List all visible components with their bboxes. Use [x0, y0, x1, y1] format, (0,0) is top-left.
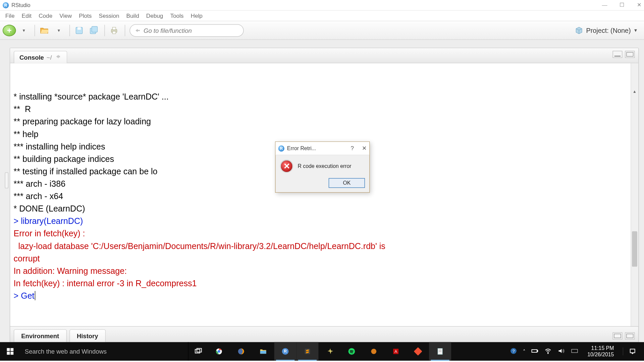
console-line: * installing *source* package 'LearnDC' …	[14, 91, 635, 103]
new-file-dropdown[interactable]: ▼	[17, 24, 31, 37]
start-button[interactable]	[0, 342, 20, 361]
svg-text:A: A	[394, 349, 397, 354]
taskbar-app-notepad[interactable]	[429, 342, 451, 361]
menubar: File Edit Code View Plots Session Build …	[0, 11, 644, 21]
popout-icon[interactable]	[55, 54, 62, 61]
tray-chevron-up-icon[interactable]: ˄	[523, 349, 526, 354]
window-titlebar: R RStudio — ☐ ✕	[0, 0, 644, 11]
tray-keyboard-icon[interactable]	[571, 347, 579, 356]
svg-text:?: ?	[512, 349, 515, 354]
menu-help[interactable]: Help	[187, 11, 206, 20]
menu-code[interactable]: Code	[35, 11, 56, 20]
task-view-button[interactable]	[189, 342, 208, 361]
svg-point-14	[218, 350, 220, 353]
svg-rect-9	[7, 352, 10, 355]
taskbar-app-git[interactable]	[407, 342, 429, 361]
taskbar-search[interactable]: Search the web and Windows	[20, 342, 189, 361]
goto-file-input[interactable]	[144, 27, 239, 34]
console-prompt[interactable]: > Get	[14, 290, 635, 302]
menu-build[interactable]: Build	[123, 11, 143, 20]
svg-rect-7	[7, 348, 10, 351]
project-selector[interactable]: Project: (None) ▼	[575, 26, 641, 35]
console-line: corrupt	[14, 252, 635, 265]
toolbar: + ▼ ▼ Project: (None) ▼	[0, 21, 644, 40]
taskbar-app-spotify[interactable]	[340, 342, 363, 361]
save-all-button[interactable]	[87, 24, 101, 37]
taskbar-app-explorer[interactable]	[252, 342, 274, 361]
console-tab[interactable]: Console ~/	[14, 51, 67, 63]
scroll-up-icon[interactable]: ▲	[631, 88, 638, 96]
error-dialog: R Error Retri... ? ✕ ✕ R code execution …	[275, 141, 370, 193]
console-panel: Console ~/ * installing *source* package…	[10, 48, 639, 342]
goto-file-search[interactable]	[129, 24, 244, 37]
menu-debug[interactable]: Debug	[143, 11, 167, 20]
bottom-pane-tabs: Environment History	[10, 326, 639, 342]
console-line: In fetch(key) : internal error -3 in R_d…	[14, 277, 635, 290]
dialog-ok-button[interactable]: OK	[329, 178, 365, 188]
menu-plots[interactable]: Plots	[75, 11, 95, 20]
menu-session[interactable]: Session	[95, 11, 123, 20]
dialog-titlebar[interactable]: R Error Retri... ? ✕	[276, 142, 370, 155]
tray-battery-icon[interactable]	[531, 347, 539, 356]
console-output[interactable]: * installing *source* package 'LearnDC' …	[10, 63, 638, 342]
taskbar-app-generic1[interactable]	[363, 342, 385, 361]
console-scrollbar[interactable]: ▲ ▼	[631, 63, 638, 342]
minimize-pane-button[interactable]	[612, 51, 622, 58]
maximize-pane-button[interactable]	[625, 51, 635, 58]
menu-file[interactable]: File	[2, 11, 18, 20]
tray-volume-icon[interactable]	[557, 347, 565, 356]
close-button[interactable]: ✕	[637, 2, 641, 8]
taskbar-app-acrobat[interactable]: A	[385, 342, 407, 361]
svg-point-20	[371, 349, 376, 354]
tab-environment[interactable]: Environment	[14, 329, 67, 342]
dialog-app-icon: R	[278, 145, 284, 151]
minimize-button[interactable]: —	[602, 2, 607, 8]
tray-notifications-icon[interactable]	[623, 347, 641, 355]
dialog-close-button[interactable]: ✕	[362, 145, 367, 152]
taskbar-app-firefox[interactable]	[230, 342, 252, 361]
dialog-help-button[interactable]: ?	[351, 145, 354, 152]
taskbar-app-rstudio[interactable]: R	[274, 342, 297, 361]
svg-rect-1	[77, 27, 81, 29]
print-button[interactable]	[107, 24, 121, 37]
taskbar-search-placeholder: Search the web and Windows	[25, 348, 107, 355]
bottom-restore-button[interactable]	[612, 333, 622, 340]
svg-rect-6	[112, 31, 116, 34]
taskbar-app-tools[interactable]	[318, 342, 340, 361]
svg-rect-32	[572, 349, 578, 353]
tab-history[interactable]: History	[69, 329, 105, 342]
console-working-dir: ~/	[47, 54, 52, 61]
new-file-button[interactable]: +	[3, 24, 16, 36]
svg-rect-11	[195, 349, 200, 353]
svg-rect-12	[197, 348, 202, 352]
scroll-thumb[interactable]	[632, 231, 637, 266]
console-line: > library(LearnDC)	[14, 215, 635, 227]
taskbar-app-chrome[interactable]	[208, 342, 230, 361]
bottom-maximize-button[interactable]	[625, 333, 635, 340]
taskbar-apps: R A	[208, 342, 451, 361]
project-label: Project: (None)	[586, 26, 631, 34]
tray-wifi-icon[interactable]	[544, 347, 552, 356]
console-line: lazy-load database 'C:/Users/Benjamin/Do…	[14, 240, 635, 252]
tray-clock[interactable]: 11:15 PM 10/26/2015	[584, 345, 618, 358]
tray-help-icon[interactable]: ?	[509, 347, 518, 356]
menu-tools[interactable]: Tools	[167, 11, 187, 20]
menu-view[interactable]: View	[56, 11, 75, 20]
menu-edit[interactable]: Edit	[18, 11, 35, 20]
svg-rect-10	[10, 352, 13, 355]
svg-point-31	[548, 353, 548, 354]
taskbar-app-sublime[interactable]	[297, 342, 319, 361]
pane-splitter[interactable]	[5, 172, 9, 188]
svg-rect-5	[112, 27, 116, 29]
console-line: In addition: Warning message:	[14, 265, 635, 277]
open-project-dropdown[interactable]: ▼	[52, 24, 66, 37]
save-button[interactable]	[72, 24, 86, 37]
svg-text:R: R	[284, 349, 287, 354]
project-cube-icon	[575, 26, 583, 35]
svg-rect-23	[414, 347, 422, 355]
svg-rect-29	[532, 350, 537, 352]
app-icon: R	[3, 2, 9, 8]
open-project-button[interactable]	[38, 24, 51, 37]
maximize-button[interactable]: ☐	[620, 2, 625, 8]
svg-rect-18	[305, 349, 310, 354]
